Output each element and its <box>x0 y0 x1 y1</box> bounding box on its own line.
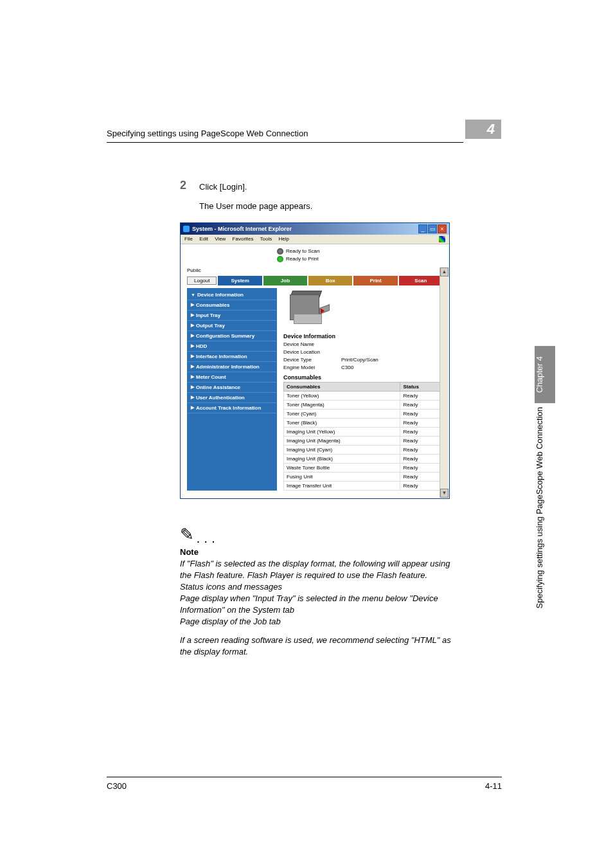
scroll-down-icon[interactable]: ▼ <box>440 489 449 498</box>
table-row: Imaging Unit (Cyan)Ready <box>284 445 443 454</box>
table-row: Imaging Unit (Yellow)Ready <box>284 427 443 436</box>
table-row: Toner (Black)Ready <box>284 418 443 427</box>
device-info-key: Engine Model <box>283 364 341 372</box>
tab-scan[interactable]: Scan <box>399 276 443 285</box>
table-row: Imaging Unit (Black)Ready <box>284 454 443 463</box>
sidebar-item[interactable]: ▶Interface Information <box>187 352 277 362</box>
device-info-row: Device Location <box>283 348 443 356</box>
side-section-title: Specifying settings using PageScope Web … <box>535 403 555 612</box>
scan-status-icon <box>277 248 283 255</box>
consumable-status: Ready <box>400 418 443 427</box>
device-info-row: Engine ModelC300 <box>283 364 443 372</box>
browser-window: System - Microsoft Internet Explorer _ ▭… <box>180 222 450 499</box>
sidebar-item-label: Output Tray <box>196 323 225 329</box>
arrow-icon: ▶ <box>191 354 194 359</box>
sidebar-item-label: Device Information <box>197 292 244 298</box>
arrow-icon: ▶ <box>191 374 194 379</box>
device-info-row: Device TypePrint/Copy/Scan <box>283 356 443 364</box>
consumable-status: Ready <box>400 481 443 490</box>
sidebar: ▼Device Information▶Consumables▶Input Tr… <box>187 288 277 491</box>
arrow-icon: ▶ <box>191 312 194 318</box>
tab-system[interactable]: System <box>218 276 262 285</box>
th-consumables: Consumables <box>284 382 400 391</box>
footer-page: 4-11 <box>485 781 502 791</box>
th-status: Status <box>400 382 443 391</box>
sidebar-item[interactable]: ▶Meter Count <box>187 372 277 383</box>
sidebar-item[interactable]: ▶Input Tray <box>187 311 277 321</box>
table-row: Toner (Magenta)Ready <box>284 400 443 409</box>
arrow-icon: ▶ <box>191 302 194 307</box>
consumable-name: Image Transfer Unit <box>284 481 400 490</box>
footer: C300 4-11 <box>107 777 502 791</box>
sidebar-item-label: Consumables <box>196 302 229 308</box>
table-row: Imaging Unit (Magenta)Ready <box>284 436 443 445</box>
consumable-name: Toner (Magenta) <box>284 400 400 409</box>
note-dots: . . . <box>197 534 215 545</box>
main-panel: Device Information Device NameDevice Loc… <box>283 288 443 491</box>
consumable-status: Ready <box>400 472 443 481</box>
arrow-icon: ▶ <box>191 405 194 410</box>
sidebar-item[interactable]: ▶Administrator Information <box>187 362 277 372</box>
user-mode-label: Public <box>187 267 443 273</box>
scroll-up-icon[interactable]: ▲ <box>440 267 449 276</box>
note-block: ✎ . . . Note If "Flash" is selected as t… <box>180 525 463 658</box>
menu-help[interactable]: Help <box>279 236 289 242</box>
sidebar-item-label: Interface Information <box>196 354 247 359</box>
consumable-status: Ready <box>400 409 443 418</box>
sidebar-item[interactable]: ▶Online Assistance <box>187 383 277 393</box>
sidebar-item-label: Meter Count <box>196 374 226 380</box>
sidebar-item[interactable]: ▶HDD <box>187 341 277 352</box>
menu-view[interactable]: View <box>215 236 226 242</box>
titlebar: System - Microsoft Internet Explorer _ ▭… <box>181 223 449 235</box>
consumable-name: Imaging Unit (Cyan) <box>284 445 400 454</box>
sidebar-item[interactable]: ▶User Authentication <box>187 393 277 403</box>
sidebar-item-label: Online Assistance <box>196 384 240 390</box>
note-icon: ✎ <box>180 525 194 545</box>
chapter-number: 4 <box>487 121 495 137</box>
arrow-icon: ▼ <box>191 293 195 297</box>
device-info-key: Device Type <box>283 356 341 364</box>
table-row: Toner (Yellow)Ready <box>284 391 443 400</box>
sidebar-item[interactable]: ▶Output Tray <box>187 321 277 331</box>
sidebar-item-label: Input Tray <box>196 312 220 318</box>
logout-button[interactable]: Logout <box>187 276 217 285</box>
table-row: Toner (Cyan)Ready <box>284 409 443 418</box>
consumable-name: Imaging Unit (Yellow) <box>284 427 400 436</box>
scan-status-text: Ready to Scan <box>286 248 319 254</box>
menu-favorites[interactable]: Favorites <box>233 236 254 242</box>
menu-tools[interactable]: Tools <box>260 236 272 242</box>
window-title: System - Microsoft Internet Explorer <box>192 226 418 232</box>
device-info-value: C300 <box>341 364 353 372</box>
note-paragraph-1: If "Flash" is selected as the display fo… <box>180 558 463 628</box>
sidebar-item[interactable]: ▶Account Track Information <box>187 403 277 413</box>
maximize-button[interactable]: ▭ <box>428 224 437 233</box>
consumable-status: Ready <box>400 427 443 436</box>
side-tab: Chapter 4 Specifying settings using Page… <box>535 346 555 734</box>
running-header: Specifying settings using PageScope Web … <box>107 129 463 143</box>
minimize-button[interactable]: _ <box>418 224 427 233</box>
consumables-table: Consumables Status Toner (Yellow)ReadyTo… <box>283 382 443 491</box>
table-row: Waste Toner BottleReady <box>284 463 443 472</box>
tab-job[interactable]: Job <box>263 276 307 285</box>
chapter-number-box: 4 <box>465 120 501 139</box>
vertical-scrollbar[interactable]: ▲ ▼ <box>440 267 449 498</box>
ie-logo-icon <box>439 236 445 242</box>
menu-edit[interactable]: Edit <box>199 236 208 242</box>
arrow-icon: ▶ <box>191 384 194 390</box>
menu-file[interactable]: File <box>184 236 193 242</box>
sidebar-item[interactable]: ▶Configuration Summary <box>187 331 277 341</box>
step-subtext: The User mode page appears. <box>199 201 463 211</box>
printer-illustration <box>286 291 331 329</box>
tab-box[interactable]: Box <box>308 276 352 285</box>
consumable-status: Ready <box>400 391 443 400</box>
sidebar-item[interactable]: ▶Consumables <box>187 300 277 311</box>
tab-print[interactable]: Print <box>353 276 397 285</box>
consumable-status: Ready <box>400 400 443 409</box>
sidebar-item-label: Administrator Information <box>196 364 260 370</box>
sidebar-item[interactable]: ▼Device Information <box>187 290 277 300</box>
close-button[interactable]: × <box>438 224 447 233</box>
consumable-name: Toner (Black) <box>284 418 400 427</box>
consumable-name: Toner (Yellow) <box>284 391 400 400</box>
header-title: Specifying settings using PageScope Web … <box>107 129 308 138</box>
device-info-key: Device Location <box>283 348 341 356</box>
